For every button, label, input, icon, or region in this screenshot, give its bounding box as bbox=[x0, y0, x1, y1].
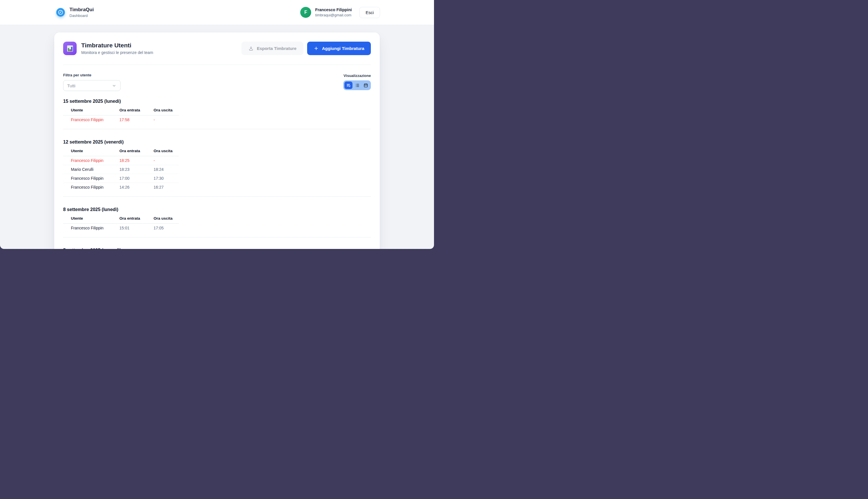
plus-icon bbox=[314, 46, 319, 51]
punch-table-header-row: Utente Ora entrata Ora uscita bbox=[63, 108, 179, 115]
top-header: TimbraQui Dashboard F Francesco Filippin… bbox=[0, 0, 434, 25]
punch-table: Utente Ora entrata Ora uscita Francesco … bbox=[63, 216, 179, 232]
brand: TimbraQui Dashboard bbox=[56, 7, 94, 17]
timbrature-card: Timbrature Utenti Monitora e gestisci le… bbox=[54, 33, 380, 249]
avatar: F bbox=[300, 7, 311, 18]
page-title: Timbrature Utenti bbox=[81, 42, 153, 49]
main-content: Timbrature Utenti Monitora e gestisci le… bbox=[0, 33, 434, 249]
day-section: 5 settembre 2025 (venerdì) Utente Ora en… bbox=[63, 248, 371, 249]
divider bbox=[63, 237, 371, 238]
day-sections: 15 settembre 2025 (lunedì) Utente Ora en… bbox=[63, 99, 371, 249]
user-email: timbraqui@gmail.com bbox=[315, 13, 352, 17]
cell-ora-uscita: 17:30 bbox=[153, 174, 179, 183]
col-ora-uscita: Ora uscita bbox=[153, 108, 179, 115]
view-bullet-list-button[interactable] bbox=[353, 82, 361, 89]
day-heading: 12 settembre 2025 (venerdì) bbox=[63, 139, 371, 145]
add-timbratura-button[interactable]: Aggiungi Timbratura bbox=[307, 41, 371, 55]
bar-chart-icon bbox=[63, 41, 77, 55]
export-button[interactable]: Esporta Timbrature bbox=[241, 41, 303, 55]
user-area: F Francesco Filippini timbraqui@gmail.co… bbox=[300, 7, 380, 18]
detailed-list-check-icon bbox=[346, 83, 351, 88]
view-calendar-button[interactable] bbox=[362, 82, 370, 89]
punch-table: Utente Ora entrata Ora uscita Francesco … bbox=[63, 108, 179, 124]
col-utente: Utente bbox=[63, 108, 120, 115]
col-ora-entrata: Ora entrata bbox=[120, 216, 153, 224]
cell-utente: Mario Cerulli bbox=[63, 165, 120, 174]
cell-ora-entrata: 18:23 bbox=[120, 165, 153, 174]
divider bbox=[63, 64, 371, 65]
logout-button[interactable]: Esci bbox=[359, 7, 380, 18]
punch-row: Francesco Filippin17:0017:30 bbox=[63, 174, 179, 183]
col-ora-entrata: Ora entrata bbox=[120, 108, 153, 115]
user-filter-value: Tutti bbox=[67, 83, 75, 88]
cell-ora-uscita: 16:27 bbox=[153, 183, 179, 192]
cell-ora-entrata: 17:58 bbox=[120, 115, 153, 124]
cell-ora-uscita: - bbox=[153, 115, 179, 124]
col-utente: Utente bbox=[63, 216, 120, 224]
cell-utente: Francesco Filippin bbox=[63, 224, 120, 233]
view-toggle-group bbox=[343, 81, 371, 90]
cell-ora-uscita: - bbox=[153, 156, 179, 165]
day-heading: 15 settembre 2025 (lunedì) bbox=[63, 99, 371, 104]
punch-row: Francesco Filippin15:0117:05 bbox=[63, 224, 179, 233]
cell-utente: Francesco Filippin bbox=[63, 115, 120, 124]
bullet-list-icon bbox=[355, 83, 360, 88]
punch-table-header-row: Utente Ora entrata Ora uscita bbox=[63, 216, 179, 224]
user-filter-select[interactable]: Tutti bbox=[63, 80, 121, 91]
day-heading: 5 settembre 2025 (venerdì) bbox=[63, 248, 371, 249]
col-ora-entrata: Ora entrata bbox=[120, 149, 153, 156]
cell-ora-entrata: 18:25 bbox=[120, 156, 153, 165]
add-button-label: Aggiungi Timbratura bbox=[322, 46, 364, 51]
cell-ora-entrata: 15:01 bbox=[120, 224, 153, 233]
cell-ora-uscita: 18:24 bbox=[153, 165, 179, 174]
filter-label: Filtra per utente bbox=[63, 73, 121, 77]
user-name: Francesco Filippini bbox=[315, 8, 352, 13]
day-section: 12 settembre 2025 (venerdì) Utente Ora e… bbox=[63, 139, 371, 197]
cell-utente: Francesco Filippin bbox=[63, 156, 120, 165]
clock-logo-icon bbox=[56, 8, 65, 17]
cell-utente: Francesco Filippin bbox=[63, 183, 120, 192]
view-label: Visualizzazione bbox=[344, 73, 371, 78]
col-ora-uscita: Ora uscita bbox=[153, 149, 179, 156]
punch-table: Utente Ora entrata Ora uscita Francesco … bbox=[63, 149, 179, 192]
divider bbox=[63, 129, 371, 129]
cell-ora-entrata: 17:00 bbox=[120, 174, 153, 183]
calendar-icon bbox=[363, 83, 368, 88]
page-subtitle: Monitora e gestisci le presenze del team bbox=[81, 50, 153, 55]
export-button-label: Esporta Timbrature bbox=[257, 46, 297, 51]
col-ora-uscita: Ora uscita bbox=[153, 216, 179, 224]
download-icon bbox=[248, 46, 254, 51]
punch-row: Francesco Filippin17:58- bbox=[63, 115, 179, 124]
day-section: 15 settembre 2025 (lunedì) Utente Ora en… bbox=[63, 99, 371, 129]
filters-row: Filtra per utente Tutti Visualizzazione bbox=[63, 73, 371, 91]
cell-ora-entrata: 14:26 bbox=[120, 183, 153, 192]
chevron-down-icon bbox=[112, 83, 116, 88]
divider bbox=[63, 196, 371, 197]
app-subtitle: Dashboard bbox=[70, 13, 94, 18]
cell-ora-uscita: 17:05 bbox=[153, 224, 179, 233]
punch-row: Francesco Filippin14:2616:27 bbox=[63, 183, 179, 192]
app-window: TimbraQui Dashboard F Francesco Filippin… bbox=[0, 0, 434, 249]
view-detailed-list-button[interactable] bbox=[345, 82, 352, 89]
day-heading: 8 settembre 2025 (lunedì) bbox=[63, 207, 371, 212]
col-utente: Utente bbox=[63, 149, 120, 156]
punch-table-header-row: Utente Ora entrata Ora uscita bbox=[63, 149, 179, 156]
punch-row: Mario Cerulli18:2318:24 bbox=[63, 165, 179, 174]
day-section: 8 settembre 2025 (lunedì) Utente Ora ent… bbox=[63, 207, 371, 238]
punch-row: Francesco Filippin18:25- bbox=[63, 156, 179, 165]
card-header: Timbrature Utenti Monitora e gestisci le… bbox=[63, 41, 371, 55]
cell-utente: Francesco Filippin bbox=[63, 174, 120, 183]
app-title: TimbraQui bbox=[70, 7, 94, 13]
